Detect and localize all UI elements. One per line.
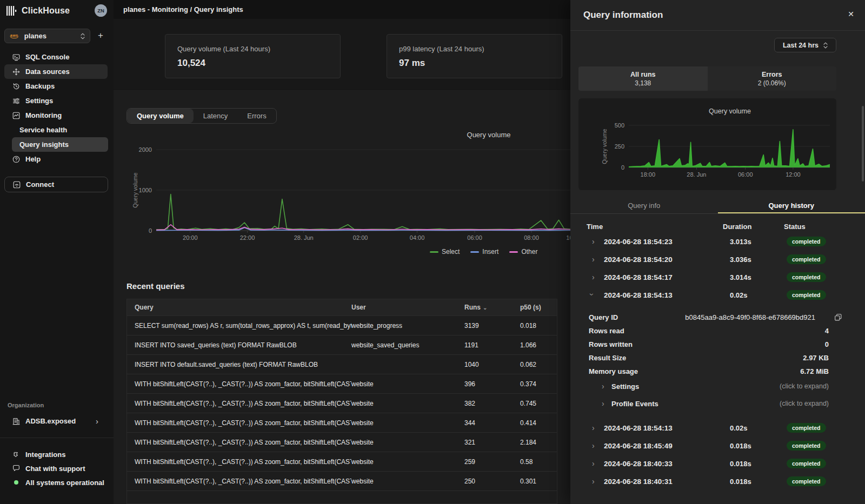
status-badge: completed xyxy=(787,459,826,468)
table-row[interactable]: WITH bitShiftLeft(CAST(?..), _CAST(?..))… xyxy=(127,432,557,452)
legend-item-select[interactable]: Select xyxy=(430,248,460,256)
query-cell: WITH bitShiftLeft(CAST(?..), _CAST(?..))… xyxy=(127,439,351,446)
detail-row-rows-read: Rows read4 xyxy=(570,325,865,338)
stat-card-p99-latency: p99 latency (Last 24 hours) 97 ms xyxy=(387,34,562,78)
chevron-right-icon[interactable]: › xyxy=(592,459,595,468)
legend-swatch xyxy=(470,251,479,253)
user-cell: website xyxy=(351,380,464,388)
sidebar-item-monitoring[interactable]: Monitoring xyxy=(0,108,114,123)
table-row[interactable]: WITH bitShiftLeft(CAST(?..), _CAST(?..))… xyxy=(127,374,557,393)
legend-item-other[interactable]: Other xyxy=(509,248,537,256)
segment-errors[interactable]: Errors 2 (0.06%) xyxy=(708,66,837,91)
chevron-right-icon[interactable]: › xyxy=(592,255,595,264)
table-row[interactable]: INSERT INTO saved_queries (text) FORMAT … xyxy=(127,335,557,354)
svg-text:06:00: 06:00 xyxy=(467,234,482,241)
sidebar-footer-all-systems-operational[interactable]: All systems operational xyxy=(0,475,114,489)
sort-chevron-icon: ⌄ xyxy=(483,305,487,311)
add-service-button[interactable]: + xyxy=(98,30,103,42)
detail-value: 6.72 MiB xyxy=(800,367,829,375)
sidebar-item-settings[interactable]: Settings xyxy=(0,93,114,108)
column-header-p50-s-[interactable]: p50 (s) xyxy=(520,304,557,311)
organization-selector[interactable]: ADSB.exposed › xyxy=(0,414,114,428)
chevron-right-icon[interactable]: › xyxy=(592,441,595,450)
chevron-right-icon[interactable]: › xyxy=(592,237,595,246)
tab-query-history[interactable]: Query history xyxy=(718,199,865,213)
sidebar-item-label: Service health xyxy=(19,126,67,134)
sidebar-item-help[interactable]: Help xyxy=(0,152,114,166)
sidebar-item-backups[interactable]: Backups xyxy=(0,79,114,93)
query-cell: WITH bitShiftLeft(CAST(?..), _CAST(?..))… xyxy=(127,458,351,466)
history-duration: 3.013s xyxy=(730,238,751,246)
expandable-profile-events[interactable]: ›Profile Events(click to expand) xyxy=(570,396,865,413)
svg-text:Query volume: Query volume xyxy=(709,107,751,115)
sidebar-footer-integrations[interactable]: Integrations xyxy=(0,447,114,461)
segment-label: Errors xyxy=(762,71,782,78)
connect-button[interactable]: Connect xyxy=(4,177,108,192)
sidebar-item-label: Help xyxy=(25,155,41,163)
chevron-right-icon[interactable]: › xyxy=(592,273,595,281)
user-cell: website_saved_queries xyxy=(351,341,464,349)
tab-query-volume[interactable]: Query volume xyxy=(127,109,194,123)
legend-item-insert[interactable]: Insert xyxy=(470,248,498,256)
sidebar: ClickHouse ZN aws planes + SQL ConsoleDa… xyxy=(0,0,114,504)
sidebar-footer-chat-with-support[interactable]: Chat with support xyxy=(0,461,114,475)
history-row[interactable]: ›2024-06-28 18:40:330.018scompleted xyxy=(570,455,865,473)
service-name: planes xyxy=(24,32,81,40)
table-row[interactable]: INSERT INTO default.saved_queries (text)… xyxy=(127,354,557,374)
sidebar-item-service-health[interactable]: Service health xyxy=(0,123,114,137)
runs-cell: 321 xyxy=(464,439,520,446)
column-header-runs[interactable]: Runs⌄ xyxy=(464,304,520,311)
sidebar-nav: SQL ConsoleData sourcesBackupsSettingsMo… xyxy=(0,50,114,166)
segment-all-runs[interactable]: All runs 3,138 xyxy=(578,66,708,91)
sidebar-footer-label: Integrations xyxy=(25,451,65,459)
status-dot xyxy=(14,480,18,485)
query-cell: INSERT INTO saved_queries (text) FORMAT … xyxy=(127,341,351,349)
chevron-right-icon[interactable]: › xyxy=(592,477,595,486)
history-time: 2024-06-28 18:54:23 xyxy=(604,238,673,246)
query-cell: INSERT INTO default.saved_queries (text)… xyxy=(127,361,351,368)
table-row[interactable]: WITH bitShiftLeft(CAST(?..), _CAST(?..))… xyxy=(127,471,557,490)
tab-query-info[interactable]: Query info xyxy=(570,199,718,213)
sidebar-item-sql-console[interactable]: SQL Console xyxy=(0,50,114,64)
table-row[interactable]: SELECT sum(read_rows) AS r, sum(total_ro… xyxy=(127,315,557,335)
main-header: planes - Monitoring / Query insights xyxy=(114,0,570,19)
table-row[interactable]: WITH bitShiftLeft(CAST(?..), _CAST(?..))… xyxy=(127,452,557,471)
data-sources-icon xyxy=(12,68,20,76)
query-cell: WITH bitShiftLeft(CAST(?..), _CAST(?..))… xyxy=(127,419,351,427)
sidebar-item-data-sources[interactable]: Data sources xyxy=(4,64,108,79)
detail-row-result-size: Result Size2.97 KB xyxy=(570,352,865,365)
stat-value: 10,524 xyxy=(177,58,328,69)
chevron-right-icon[interactable]: › xyxy=(592,424,595,432)
sidebar-item-query-insights[interactable]: Query insights xyxy=(12,137,108,152)
scrollbar[interactable] xyxy=(862,106,864,182)
query-cell: WITH bitShiftLeft(CAST(?..), _CAST(?..))… xyxy=(127,400,351,407)
user-cell: website xyxy=(351,439,464,446)
table-row[interactable]: WITH bitShiftLeft(CAST(?..), _CAST(?..))… xyxy=(127,413,557,432)
avatar[interactable]: ZN xyxy=(95,4,107,17)
history-row[interactable]: ›2024-06-28 18:54:233.013scompleted xyxy=(570,233,865,251)
chevron-down-icon[interactable]: › xyxy=(588,293,596,296)
copy-icon[interactable] xyxy=(834,313,842,321)
history-row[interactable]: ›2024-06-28 18:45:490.018scompleted xyxy=(570,438,865,455)
close-icon[interactable]: ✕ xyxy=(848,10,854,18)
column-header-query[interactable]: Query xyxy=(127,304,351,311)
table-row[interactable]: WITH bitShiftLeft(CAST(?..), _CAST(?..))… xyxy=(127,393,557,413)
history-row[interactable]: ›2024-06-28 18:40:310.018scompleted xyxy=(570,473,865,491)
p50-cell: 0.018 xyxy=(520,322,557,330)
expandable-settings[interactable]: ›Settings(click to expand) xyxy=(570,379,865,396)
history-row[interactable]: ›2024-06-28 18:54:130.02scompleted xyxy=(570,287,865,305)
time-range-selector[interactable]: Last 24 hrs xyxy=(774,38,836,52)
time-range-value: Last 24 hrs xyxy=(783,42,819,49)
history-row[interactable]: ›2024-06-28 18:54:130.02scompleted xyxy=(570,420,865,438)
svg-text:28. Jun: 28. Jun xyxy=(294,234,314,241)
user-cell: website_progress xyxy=(351,322,464,330)
column-header-user[interactable]: User xyxy=(351,304,464,311)
tab-latency[interactable]: Latency xyxy=(194,109,238,123)
panel-title: Query information xyxy=(583,10,663,21)
tab-errors[interactable]: Errors xyxy=(237,109,276,123)
detail-row-rows-written: Rows written0 xyxy=(570,338,865,352)
history-row[interactable]: ›2024-06-28 18:54:173.014scompleted xyxy=(570,269,865,287)
service-selector[interactable]: aws planes xyxy=(4,29,90,43)
sidebar-footer-label: All systems operational xyxy=(25,479,104,487)
history-row[interactable]: ›2024-06-28 18:54:203.036scompleted xyxy=(570,251,865,269)
